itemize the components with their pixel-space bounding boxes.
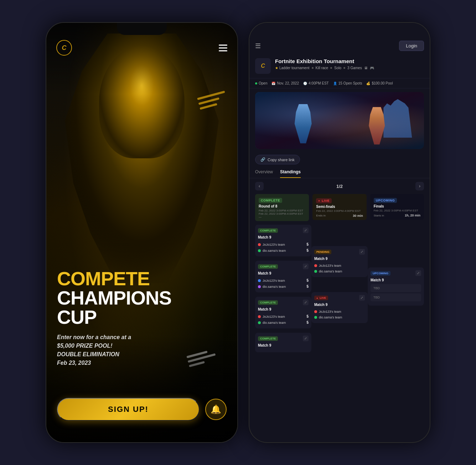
match-card-4: COMPLETE ⤢ Match 9 xyxy=(255,333,311,352)
team-score-1a: 5 xyxy=(306,242,309,246)
round-name-3: Finals xyxy=(374,204,420,208)
tournament-name: Fortnite Exhibition Tournament xyxy=(275,58,424,64)
title-champions: CHAMPIONS xyxy=(57,288,227,307)
bracket-col-2: PENDING ⤢ Match 9 JoJo123's team dio. xyxy=(311,225,368,352)
copy-link-button[interactable]: 🔗 Copy share link xyxy=(255,155,300,164)
team-row-sf1a: JoJo123's team xyxy=(314,263,365,269)
status-item: Open xyxy=(255,81,267,85)
tag-ladder: ★ Ladder tournament xyxy=(275,66,310,70)
left-screen: C COMPETE CHAMPIONS CUP Enter now for a … xyxy=(46,23,237,442)
date-text: Nov. 22, 2022 xyxy=(277,81,299,85)
rounds-headers: COMPLETE Round of 8 Feb 22, 2022 3:00PM-… xyxy=(249,194,430,225)
rounds-pagination: 1/2 xyxy=(336,184,343,189)
round-badge-3: UPCOMING xyxy=(374,198,397,203)
team-row-1b: dio.sama's team 5 xyxy=(258,247,309,254)
round-name-2: Semi-finals xyxy=(316,205,363,209)
round-header-2: LIVE Semi-finals Feb 22, 2022 3:00PM-4:0… xyxy=(312,194,366,220)
match-expand-4[interactable]: ⤢ xyxy=(303,336,309,341)
time-item: 🕓 4:00PM EST xyxy=(303,81,329,85)
starts-value: 1h, 20 min xyxy=(405,214,420,217)
match-card-sf1: PENDING ⤢ Match 9 JoJo123's team dio. xyxy=(311,246,368,277)
right-screen: ☰ Login C Fortnite Exhibition Tournament… xyxy=(249,23,430,442)
team-name-3a: JoJo123's team xyxy=(263,315,285,318)
match-card-f1: UPCOMING ⤢ Match 9 TBD TBD xyxy=(368,267,424,306)
title-compete: COMPETE xyxy=(57,269,227,288)
team-row-2b: dio.sama's team 5 xyxy=(258,283,309,290)
match-expand-1[interactable]: ⤢ xyxy=(303,228,309,233)
match-expand-3[interactable]: ⤢ xyxy=(303,300,309,305)
bottom-actions: SIGN UP! 🔔 xyxy=(57,398,227,421)
team-score-3a: 5 xyxy=(306,315,309,318)
pool-text: $100.00 Pool xyxy=(372,81,393,85)
tournament-info: Fortnite Exhibition Tournament ★ Ladder … xyxy=(275,58,424,70)
match-title-f1: Match 9 xyxy=(371,278,421,282)
team-row-sf2a: JoJo123's team xyxy=(314,309,365,315)
tag-kill: Kill race xyxy=(316,66,328,70)
bracket-col-3: UPCOMING ⤢ Match 9 TBD TBD xyxy=(368,225,424,352)
bracket-area: COMPLETE ⤢ Match 9 JoJo123's team 5 xyxy=(249,225,430,359)
team-score-2a: 5 xyxy=(306,279,309,282)
round-time-2: Feb 22, 2022 3:00PM-4:00PM EST xyxy=(316,209,363,213)
match-card-sf2: LIVE ⤢ Match 9 JoJo123's team dio.sam xyxy=(311,292,368,323)
round-col-1: COMPLETE Round of 8 Feb 22, 2022 3:00PM-… xyxy=(255,194,309,225)
team-row-sf2b: dio.sama's team xyxy=(314,315,365,320)
spots-text: 15 Open Spots xyxy=(338,81,362,85)
time-text: 4:00PM EST xyxy=(309,81,329,85)
team-row-2a: JoJo123's team 5 xyxy=(258,277,309,283)
signup-button[interactable]: SIGN UP! xyxy=(57,398,200,421)
spots-item: 👤 15 Open Spots xyxy=(333,81,362,85)
rounds-nav: ‹ 1/2 › xyxy=(249,178,430,194)
tbd-team-1: TBD xyxy=(371,284,421,292)
menu-button[interactable] xyxy=(219,45,227,51)
round-countdown-3: Starts in 1h, 20 min xyxy=(374,214,420,217)
tab-standings[interactable]: Standings xyxy=(280,169,301,178)
match-title-sf1: Match 9 xyxy=(314,257,365,261)
match-card-3: COMPLETE ⤢ Match 9 JoJo123's team 5 xyxy=(255,297,311,328)
notch-right xyxy=(315,23,364,35)
tab-overview[interactable]: Overview xyxy=(255,169,273,178)
match-expand-sf2[interactable]: ⤢ xyxy=(359,295,365,301)
match-expand-sf1[interactable]: ⤢ xyxy=(359,249,365,255)
team-name-1b: dio.sama's team xyxy=(263,249,286,252)
ends-label: Ends in xyxy=(316,214,326,217)
match-badge-sf2: LIVE xyxy=(314,296,328,300)
round-badge-1: COMPLETE xyxy=(259,198,282,203)
notification-button[interactable]: 🔔 xyxy=(205,399,227,420)
match-badge-3: COMPLETE xyxy=(258,300,278,305)
left-navbar: C xyxy=(46,40,237,56)
match-title-1: Match 9 xyxy=(258,235,309,239)
notch-left xyxy=(117,23,167,35)
team-row-3a: JoJo123's team 5 xyxy=(258,313,309,320)
next-round-button[interactable]: › xyxy=(415,182,424,190)
match-badge-sf1: PENDING xyxy=(314,250,331,254)
team-row-3b: dio.sama's team 5 xyxy=(258,320,309,326)
match-expand-f1[interactable]: ⤢ xyxy=(415,270,421,276)
team-name-2a: JoJo123's team xyxy=(263,279,285,282)
copy-link-label: Copy share link xyxy=(268,158,295,162)
match-card-2: COMPLETE ⤢ Match 9 JoJo123's team 5 xyxy=(255,261,311,292)
tbd-team-2: TBD xyxy=(371,293,421,301)
team-score-3b: 5 xyxy=(306,321,309,325)
app-logo[interactable]: C xyxy=(56,40,72,56)
menu-icon[interactable]: ☰ xyxy=(255,42,261,50)
round-time-3: Feb 22, 2022 3:00PM-4:00PM EST xyxy=(374,209,420,212)
game-banner xyxy=(255,92,424,149)
match-title-4: Match 9 xyxy=(258,343,309,347)
team-name-sf1a: JoJo123's team xyxy=(319,264,341,267)
match-badge-4: COMPLETE xyxy=(258,336,278,341)
team-name-3b: dio.sama's team xyxy=(263,321,286,325)
match-expand-2[interactable]: ⤢ xyxy=(303,264,309,269)
prev-round-button[interactable]: ‹ xyxy=(255,182,264,190)
bracket-col-1: COMPLETE ⤢ Match 9 JoJo123's team 5 xyxy=(255,225,311,352)
hero-subtitle: Enter now for a chance at a$5,000 PRIZE … xyxy=(57,333,227,367)
team-name-sf1b: dio.sama's team xyxy=(319,270,342,273)
team-score-1b: 5 xyxy=(306,249,309,252)
round-name-1: Round of 8 xyxy=(259,204,305,208)
title-cup: CUP xyxy=(57,307,227,327)
login-button[interactable]: Login xyxy=(399,41,424,51)
tournament-logo: C xyxy=(255,58,271,74)
team-score-2b: 5 xyxy=(306,285,309,288)
match-card-1: COMPLETE ⤢ Match 9 JoJo123's team 5 xyxy=(255,225,311,256)
ends-value: 30 min xyxy=(353,214,363,218)
status-text: Open xyxy=(259,81,267,85)
